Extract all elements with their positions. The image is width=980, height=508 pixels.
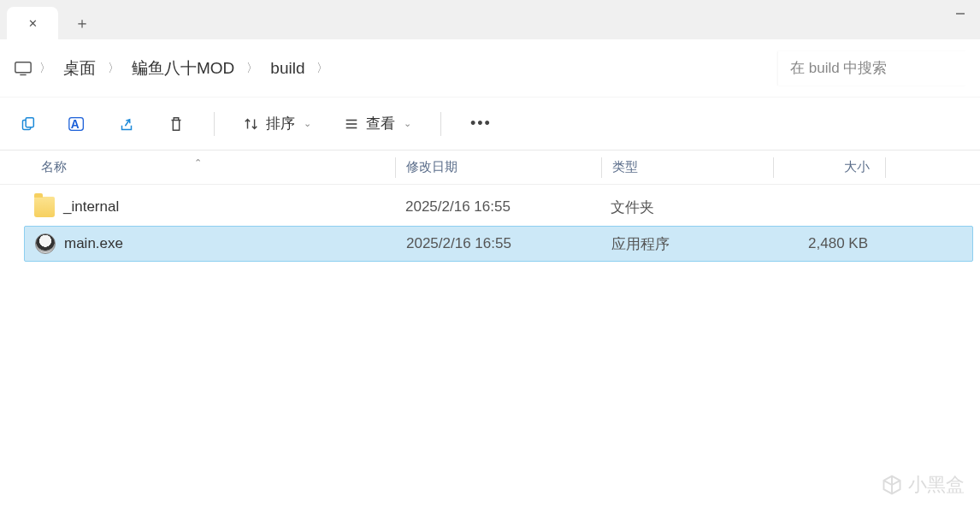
file-name: _internal	[63, 198, 119, 216]
chevron-right-icon[interactable]: 〉	[316, 61, 328, 76]
view-button[interactable]: 查看 ⌄	[335, 109, 420, 139]
sort-label: 排序	[266, 114, 295, 133]
folder-icon	[34, 197, 55, 217]
column-header-size[interactable]: 大小	[774, 159, 885, 175]
breadcrumb: 〉 桌面 〉 鳊鱼八十MOD 〉 build 〉	[14, 54, 768, 83]
new-tab-button[interactable]: ＋	[65, 7, 99, 39]
file-list: _internal 2025/2/16 16:55 文件夹 main.exe 2…	[0, 185, 980, 262]
search-input[interactable]: 在 build 中搜索	[778, 51, 966, 86]
minimize-button[interactable]	[941, 0, 980, 27]
column-divider[interactable]	[885, 157, 886, 178]
toolbar-separator	[214, 112, 215, 136]
column-header-row: ⌃ 名称 修改日期 类型 大小	[0, 151, 980, 185]
sort-indicator-icon: ⌃	[194, 157, 202, 168]
delete-icon[interactable]	[159, 107, 193, 141]
file-type: 应用程序	[601, 234, 772, 254]
toolbar-separator	[440, 112, 441, 136]
svg-rect-1	[15, 62, 31, 72]
close-tab-icon[interactable]: ✕	[27, 17, 38, 29]
file-size: 2,480 KB	[772, 235, 883, 252]
more-options-button[interactable]: •••	[462, 109, 500, 138]
chevron-down-icon: ⌄	[404, 118, 411, 129]
share-icon[interactable]	[109, 107, 144, 141]
file-date: 2025/2/16 16:55	[395, 198, 600, 216]
chevron-right-icon[interactable]: 〉	[108, 61, 120, 76]
monitor-icon[interactable]	[14, 61, 32, 76]
breadcrumb-desktop[interactable]: 桌面	[58, 54, 101, 83]
watermark-text: 小黑盒	[908, 472, 965, 498]
svg-rect-4	[26, 117, 33, 127]
file-type: 文件夹	[600, 198, 771, 217]
toolbar: A 排序 ⌄ 查看 ⌄ •••	[0, 97, 980, 151]
chevron-right-icon[interactable]: 〉	[246, 61, 258, 76]
sort-button[interactable]: 排序 ⌄	[235, 109, 320, 139]
column-header-type[interactable]: 类型	[602, 159, 773, 175]
tab-bar: ✕ ＋	[0, 0, 980, 39]
address-bar: 〉 桌面 〉 鳊鱼八十MOD 〉 build 〉 在 build 中搜索	[0, 39, 980, 97]
breadcrumb-folder-2[interactable]: build	[265, 56, 310, 81]
breadcrumb-folder-1[interactable]: 鳊鱼八十MOD	[127, 54, 239, 83]
view-label: 查看	[366, 114, 395, 133]
chevron-right-icon[interactable]: 〉	[39, 61, 51, 76]
window-controls	[941, 0, 980, 32]
file-date: 2025/2/16 16:55	[396, 235, 601, 252]
watermark: 小黑盒	[881, 472, 965, 498]
file-name: main.exe	[64, 235, 123, 252]
column-name-label: 名称	[41, 159, 67, 175]
column-header-name[interactable]: ⌃ 名称	[0, 159, 395, 175]
svg-text:A: A	[71, 117, 80, 130]
chevron-down-icon: ⌄	[304, 118, 311, 129]
watermark-logo-icon	[881, 474, 903, 496]
rename-icon[interactable]: A	[60, 107, 94, 141]
file-row-exe[interactable]: main.exe 2025/2/16 16:55 应用程序 2,480 KB	[24, 226, 973, 262]
file-row-folder[interactable]: _internal 2025/2/16 16:55 文件夹	[0, 189, 980, 225]
search-placeholder: 在 build 中搜索	[790, 58, 887, 78]
paste-icon[interactable]	[10, 107, 44, 141]
column-header-date[interactable]: 修改日期	[396, 159, 601, 175]
active-tab[interactable]: ✕	[7, 7, 58, 39]
application-icon	[35, 233, 56, 254]
